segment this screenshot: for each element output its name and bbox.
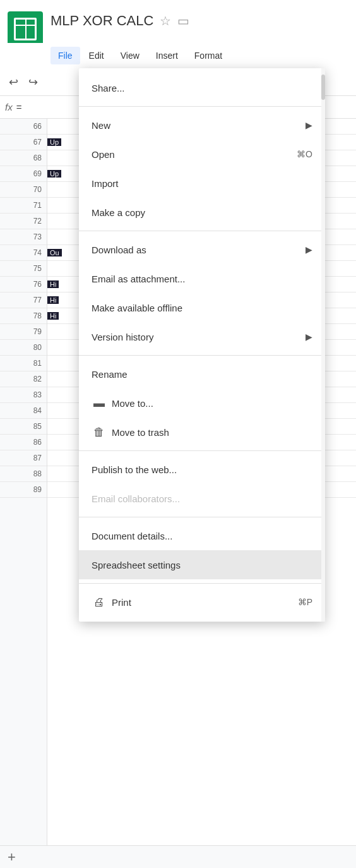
menu-bar: File Edit View Insert Format (0, 43, 356, 68)
row-71: 71 (0, 198, 47, 214)
email-collaborators-label: Email collaborators... (92, 493, 180, 504)
import-label: Import (92, 178, 119, 189)
menu-item-spreadsheet-settings[interactable]: Spreadsheet settings (79, 550, 325, 579)
row-78: 78 (0, 308, 47, 324)
menu-item-share[interactable]: Share... (79, 73, 325, 102)
row-81: 81 (0, 356, 47, 371)
download-as-label: Download as (92, 244, 146, 255)
divider-4 (79, 450, 325, 451)
row-77: 77 (0, 292, 47, 308)
cell-76-content: Hi (47, 280, 59, 288)
menu-item-move-to-trash[interactable]: 🗑 Move to trash (79, 418, 325, 447)
app-icon (8, 11, 43, 47)
spreadsheet-settings-label: Spreadsheet settings (92, 560, 181, 570)
row-70: 70 (0, 182, 47, 198)
move-to-trash-label: Move to trash (112, 427, 169, 438)
menu-item-move-to[interactable]: ▬ Move to... (79, 389, 325, 418)
row-76: 76 (0, 277, 47, 292)
star-icon[interactable]: ☆ (160, 13, 171, 28)
move-to-label: Move to... (112, 398, 153, 409)
menu-file[interactable]: File (50, 47, 80, 64)
menu-view[interactable]: View (113, 47, 147, 64)
row-85: 85 (0, 419, 47, 435)
publish-web-label: Publish to the web... (92, 464, 177, 475)
menu-item-document-details[interactable]: Document details... (79, 521, 325, 550)
undo-button[interactable]: ↩ (6, 73, 21, 92)
cell-77-content: Hi (47, 296, 59, 304)
row-89: 89 (0, 482, 47, 498)
cell-74-content: Ou (47, 249, 62, 256)
menu-item-import[interactable]: Import (79, 169, 325, 198)
app-title-row: MLP XOR CALC ☆ ▭ (50, 13, 356, 29)
make-offline-label: Make available offline (92, 303, 182, 313)
menu-edit[interactable]: Edit (81, 47, 112, 64)
new-label: New (92, 120, 110, 131)
row-83: 83 (0, 387, 47, 403)
row-84: 84 (0, 403, 47, 419)
rename-label: Rename (92, 369, 128, 380)
version-history-arrow-icon: ▶ (306, 332, 312, 342)
redo-button[interactable]: ↪ (26, 73, 40, 92)
row-numbers-area: 66 67 68 69 70 71 72 73 74 75 76 77 78 7… (0, 119, 47, 868)
row-69: 69 (0, 166, 47, 182)
print-icon: 🖨 (92, 594, 107, 610)
menu-item-publish-web[interactable]: Publish to the web... (79, 455, 325, 484)
row-68: 68 (0, 150, 47, 166)
trash-icon: 🗑 (92, 425, 107, 440)
document-details-label: Document details... (92, 531, 172, 541)
file-dropdown-menu: Share... New ▶ Open ⌘O Import Make a cop… (79, 68, 325, 622)
download-arrow-icon: ▶ (306, 244, 312, 255)
divider-2 (79, 231, 325, 231)
print-label: Print (112, 597, 131, 608)
new-arrow-icon: ▶ (306, 120, 312, 130)
row-82: 82 (0, 371, 47, 387)
divider-1 (79, 106, 325, 107)
divider-6 (79, 583, 325, 584)
menu-item-rename[interactable]: Rename (79, 359, 325, 389)
menu-item-version-history[interactable]: Version history ▶ (79, 322, 325, 351)
print-shortcut: ⌘P (298, 597, 312, 607)
sheets-icon (14, 18, 37, 40)
row-75: 75 (0, 261, 47, 277)
menu-item-print[interactable]: 🖨 Print ⌘P (79, 588, 325, 617)
share-label: Share... (92, 83, 125, 93)
row-86: 86 (0, 435, 47, 450)
menu-item-email-attachment[interactable]: Email as attachment... (79, 264, 325, 293)
menu-item-make-offline[interactable]: Make available offline (79, 293, 325, 322)
scrollbar-thumb[interactable] (321, 75, 325, 100)
email-attachment-label: Email as attachment... (92, 274, 185, 284)
divider-5 (79, 517, 325, 517)
menu-item-email-collaborators: Email collaborators... (79, 484, 325, 513)
title-area: MLP XOR CALC ☆ ▭ (50, 6, 356, 29)
row-67: 67 (0, 135, 47, 150)
folder-move-icon: ▬ (92, 395, 107, 411)
row-80: 80 (0, 340, 47, 356)
folder-icon[interactable]: ▭ (177, 13, 189, 28)
menu-item-open[interactable]: Open ⌘O (79, 140, 325, 169)
menu-item-make-copy[interactable]: Make a copy (79, 198, 325, 227)
app-title: MLP XOR CALC (50, 13, 153, 29)
row-66: 66 (0, 119, 47, 135)
cell-78-content: Hi (47, 312, 59, 320)
version-history-label: Version history (92, 332, 153, 342)
row-88: 88 (0, 466, 47, 482)
menu-item-download-as[interactable]: Download as ▶ (79, 235, 325, 264)
cell-69-content: Up (47, 170, 61, 178)
row-72: 72 (0, 214, 47, 229)
row-79: 79 (0, 324, 47, 340)
open-label: Open (92, 149, 115, 160)
menu-item-new[interactable]: New ▶ (79, 111, 325, 140)
menu-insert[interactable]: Insert (148, 47, 186, 64)
menu-format[interactable]: Format (187, 47, 230, 64)
formula-equals: = (16, 102, 22, 112)
row-73: 73 (0, 229, 47, 245)
make-copy-label: Make a copy (92, 207, 145, 218)
dropdown-scrollbar[interactable] (321, 68, 325, 622)
row-74: 74 (0, 245, 47, 261)
divider-3 (79, 355, 325, 356)
add-sheet-button[interactable]: + (8, 849, 16, 865)
cell-67-content: Up (47, 138, 61, 146)
open-shortcut: ⌘O (297, 149, 312, 159)
fx-label: fx (5, 102, 13, 112)
bottom-bar: + (0, 845, 356, 868)
